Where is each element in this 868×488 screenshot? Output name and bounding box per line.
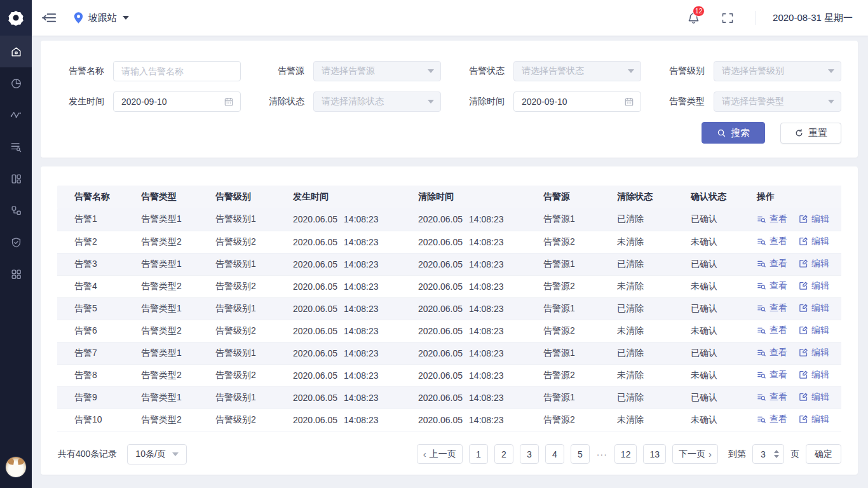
edit-link-label: 编辑 (811, 347, 829, 358)
view-link[interactable]: 查看 (757, 369, 787, 381)
activity-icon (10, 109, 22, 121)
edit-link[interactable]: 编辑 (799, 280, 829, 292)
sidebar-item-list-search[interactable] (0, 131, 32, 163)
cell-alarm-type: 告警类型1 (141, 253, 215, 275)
alarm-level-select[interactable]: 请选择告警级别 (714, 61, 841, 81)
view-icon (757, 392, 766, 402)
filter-label: 告警源 (257, 65, 304, 77)
edit-link[interactable]: 编辑 (799, 258, 829, 269)
edit-link[interactable]: 编辑 (799, 391, 829, 403)
view-icon (757, 414, 766, 424)
sidebar-item-grid[interactable] (0, 258, 32, 290)
cell-clear-status: 未清除 (617, 409, 691, 431)
cell-occur-time: 2020.06.0514:08:23 (293, 364, 418, 386)
view-link[interactable]: 查看 (757, 302, 787, 314)
edit-link[interactable]: 编辑 (799, 414, 829, 425)
cell-clear-status: 未清除 (617, 320, 691, 342)
alarm-type-select[interactable]: 请选择告警类型 (714, 92, 841, 112)
edit-link[interactable]: 编辑 (799, 214, 829, 225)
cell-occur-time: 2020.06.0514:08:23 (293, 275, 418, 297)
cell-alarm-name: 告警1 (57, 208, 141, 231)
select-placeholder: 请选择告警类型 (722, 96, 784, 107)
sidebar-item-layout[interactable] (0, 163, 32, 194)
caret-down-icon (428, 100, 434, 104)
cell-alarm-name: 告警8 (57, 364, 141, 386)
edit-link[interactable]: 编辑 (799, 347, 829, 358)
cell-occur-time: 2020.06.0514:08:23 (293, 342, 418, 364)
alarm-status-select[interactable]: 请选择告警状态 (513, 61, 641, 81)
edit-link[interactable]: 编辑 (799, 325, 829, 336)
prev-page-button[interactable]: ‹ 上一页 (417, 444, 463, 464)
cell-clear-status: 未清除 (617, 231, 691, 253)
sidebar-item-activity[interactable] (0, 99, 32, 131)
page-number-button[interactable]: 4 (545, 444, 564, 464)
spinner-arrows[interactable] (774, 450, 779, 458)
cell-occur-time: 2020.06.0514:08:23 (293, 409, 418, 431)
page-number-button[interactable]: 3 (520, 444, 539, 464)
jump-page-input[interactable]: 3 (752, 444, 784, 464)
view-link[interactable]: 查看 (757, 280, 787, 292)
sidebar-item-pie-chart[interactable] (0, 67, 32, 99)
cell-alarm-name: 告警2 (57, 231, 141, 253)
page-size-select[interactable]: 10条/页 (127, 444, 186, 464)
occur-time-datepicker[interactable]: 2020-09-10 (113, 92, 241, 112)
table-row: 告警10 告警类型2 告警级别2 2020.06.0514:08:23 2020… (57, 409, 841, 431)
chevron-down-icon (123, 16, 129, 20)
view-link[interactable]: 查看 (757, 414, 787, 425)
edit-link[interactable]: 编辑 (799, 236, 829, 247)
view-link[interactable]: 查看 (757, 347, 787, 358)
cell-clear-status: 已清除 (617, 297, 691, 320)
page-number-button[interactable]: 2 (494, 444, 513, 464)
next-page-label: 下一页 (679, 449, 705, 460)
page-number-button[interactable]: 12 (614, 444, 637, 464)
view-icon (757, 259, 766, 268)
view-link[interactable]: 查看 (757, 258, 787, 269)
fullscreen-button[interactable] (719, 10, 736, 26)
list-search-icon (10, 140, 22, 153)
station-selector[interactable]: 坡跟站 (73, 11, 129, 24)
collapse-menu-icon[interactable] (42, 12, 57, 24)
view-link[interactable]: 查看 (757, 214, 787, 225)
table-row: 告警1 告警类型1 告警级别1 2020.06.0514:08:23 2020.… (57, 208, 841, 231)
sidebar-item-nodes[interactable] (0, 194, 32, 226)
notification-bell-button[interactable]: 12 (685, 9, 702, 27)
alarm-source-select[interactable]: 请选择告警源 (313, 61, 441, 81)
alarm-name-input[interactable] (113, 61, 241, 81)
calendar-icon (624, 97, 634, 107)
edit-link[interactable]: 编辑 (799, 302, 829, 314)
filter-label: 告警级别 (658, 65, 705, 77)
filter-alarm-name: 告警名称 (57, 61, 241, 81)
next-page-button[interactable]: 下一页 › (672, 444, 718, 464)
cell-alarm-source: 告警源2 (543, 409, 617, 431)
table-row: 告警8 告警类型2 告警级别2 2020.06.0514:08:23 2020.… (57, 364, 841, 386)
search-icon (717, 128, 726, 138)
clear-status-select[interactable]: 请选择清除状态 (313, 92, 441, 112)
cell-operations: 查看 编辑 (757, 275, 841, 297)
view-link[interactable]: 查看 (757, 236, 787, 247)
clear-time-datepicker[interactable]: 2020-09-10 (513, 92, 641, 112)
view-link[interactable]: 查看 (757, 391, 787, 403)
cell-confirm-status: 未确认 (691, 275, 757, 297)
edit-link-label: 编辑 (811, 258, 829, 269)
cell-clear-time: 2020.06.0514:08:23 (418, 297, 543, 320)
page-number-button[interactable]: 5 (571, 444, 590, 464)
sidebar-item-shield-check[interactable] (0, 226, 32, 258)
page-number-button[interactable]: 13 (643, 444, 666, 464)
page-number-button[interactable]: 1 (469, 444, 488, 464)
view-link[interactable]: 查看 (757, 325, 787, 336)
user-avatar[interactable] (5, 456, 27, 478)
cell-alarm-type: 告警类型1 (141, 342, 215, 364)
date-value: 2020-09-10 (522, 97, 567, 107)
table-row: 告警7 告警类型1 告警级别1 2020.06.0514:08:23 2020.… (57, 342, 841, 364)
sidebar-item-home[interactable] (0, 36, 32, 67)
confirm-jump-button[interactable]: 确定 (806, 444, 841, 464)
edit-link-label: 编辑 (811, 280, 829, 292)
cell-clear-time: 2020.06.0514:08:23 (418, 208, 543, 231)
search-button[interactable]: 搜索 (702, 122, 765, 144)
cell-clear-time: 2020.06.0514:08:23 (418, 342, 543, 364)
filter-alarm-status: 告警状态 请选择告警状态 (458, 61, 641, 81)
cell-alarm-level: 告警级别2 (215, 275, 293, 297)
reset-button[interactable]: 重置 (780, 123, 841, 144)
edit-link[interactable]: 编辑 (799, 369, 829, 381)
column-header: 告警名称 (57, 186, 141, 208)
